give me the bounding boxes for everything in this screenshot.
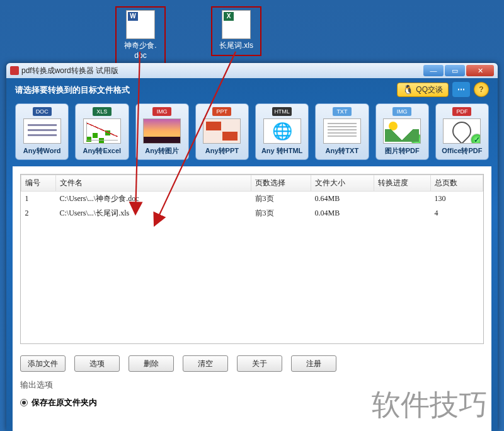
format-thumb	[323, 118, 361, 144]
format-badge: PDF	[452, 107, 471, 116]
cell-name: C:\Users\...\长尾词.xls	[56, 206, 251, 221]
format-badge: PPT	[212, 107, 231, 116]
column-header[interactable]: 页数选择	[251, 175, 311, 192]
format-grid: DOCAny转WordXLSAny转ExcelIMGAny转图片PPTAny转P…	[6, 100, 498, 166]
maximize-button[interactable]: ▭	[445, 65, 465, 76]
format-thumb	[23, 118, 61, 144]
cell-pages: 前3页	[251, 206, 311, 221]
cell-name: C:\Users\...\神奇少食.doc	[56, 192, 251, 207]
toolbar-button-关于[interactable]: 关于	[237, 355, 282, 372]
desktop-file-xls[interactable]: 长尾词.xls	[211, 6, 261, 56]
format-label: Any转Excel	[78, 146, 125, 156]
desktop-file-label: 长尾词.xls	[214, 40, 259, 51]
cell-id: 1	[21, 192, 56, 207]
format-badge: IMG	[152, 107, 171, 116]
format-badge: TXT	[333, 107, 352, 116]
toolbar-button-清空[interactable]: 清空	[183, 355, 228, 372]
toolbar-button-删除[interactable]: 删除	[129, 355, 174, 372]
section-title: 请选择要转换到的目标文件格式	[15, 84, 130, 96]
format-label: 图片转PDF	[379, 146, 426, 156]
format-badge: XLS	[93, 107, 112, 116]
format-thumb: ✓	[443, 118, 481, 144]
close-button[interactable]: ✕	[466, 65, 494, 76]
format-option-Any转Word[interactable]: DOCAny转Word	[15, 103, 69, 160]
cell-size: 0.04MB	[311, 206, 374, 221]
table-row[interactable]: 2C:\Users\...\长尾词.xls前3页0.04MB4	[21, 206, 483, 221]
format-option-Office转PDF[interactable]: PDF✓Office转PDF	[435, 103, 489, 160]
format-thumb	[203, 118, 241, 144]
excel-file-icon	[222, 10, 251, 39]
format-label: Any转Word	[18, 146, 66, 156]
cell-progress	[374, 206, 431, 221]
word-file-icon	[126, 10, 155, 39]
cell-progress	[374, 192, 431, 207]
format-thumb	[83, 118, 121, 144]
column-header[interactable]: 文件名	[56, 175, 251, 192]
format-badge: DOC	[33, 107, 52, 116]
cell-id: 2	[21, 206, 56, 221]
file-table: 编号文件名页数选择文件大小转换进度总页数 1C:\Users\...\神奇少食.…	[21, 175, 483, 221]
window-title: pdf转换成word转换器 试用版	[21, 66, 118, 76]
cell-pages: 前3页	[251, 192, 311, 207]
radio-label: 保存在原文件夹内	[32, 397, 97, 408]
column-header[interactable]: 编号	[21, 175, 56, 192]
button-row: 添加文件选项删除清空关于注册	[20, 344, 484, 377]
cell-size: 0.64MB	[311, 192, 374, 207]
header-area: 请选择要转换到的目标文件格式 QQ交谈 ?	[6, 78, 498, 100]
app-window: pdf转换成word转换器 试用版 — ▭ ✕ 请选择要转换到的目标文件格式 Q…	[6, 63, 498, 431]
format-thumb	[263, 118, 301, 144]
format-option-Any 转HTML[interactable]: HTMLAny 转HTML	[255, 103, 309, 160]
format-label: Any 转HTML	[258, 146, 306, 156]
format-option-图片转PDF[interactable]: IMG✓图片转PDF	[375, 103, 429, 160]
app-icon	[10, 66, 19, 75]
toolbar-button-注册[interactable]: 注册	[291, 355, 336, 372]
format-option-Any转PPT[interactable]: PPTAny转PPT	[195, 103, 249, 160]
help-icon[interactable]: ?	[474, 82, 489, 97]
check-icon: ✓	[471, 134, 481, 144]
format-label: Office转PDF	[438, 146, 486, 156]
toolbar-button-添加文件[interactable]: 添加文件	[20, 355, 66, 372]
toolbar-button-选项[interactable]: 选项	[74, 355, 120, 372]
format-thumb: ✓	[383, 118, 421, 144]
table-row[interactable]: 1C:\Users\...\神奇少食.doc前3页0.64MB130	[21, 192, 483, 207]
column-header[interactable]: 文件大小	[311, 175, 374, 192]
format-option-Any转TXT[interactable]: TXTAny转TXT	[315, 103, 369, 160]
output-section-label: 输出选项	[20, 377, 484, 397]
minimize-button[interactable]: —	[423, 65, 444, 76]
file-table-wrap: 编号文件名页数选择文件大小转换进度总页数 1C:\Users\...\神奇少食.…	[20, 174, 484, 344]
titlebar[interactable]: pdf转换成word转换器 试用版 — ▭ ✕	[6, 63, 498, 78]
format-label: Any转图片	[139, 146, 186, 156]
desktop-file-doc[interactable]: 神奇少食. doc	[115, 6, 166, 65]
column-header[interactable]: 总页数	[431, 175, 483, 192]
column-header[interactable]: 转换进度	[374, 175, 431, 192]
feedback-icon[interactable]	[452, 82, 470, 97]
format-badge: HTML	[272, 107, 292, 116]
check-icon: ✓	[411, 134, 421, 144]
main-panel: 编号文件名页数选择文件大小转换进度总页数 1C:\Users\...\神奇少食.…	[13, 166, 491, 431]
format-label: Any转TXT	[318, 146, 365, 156]
save-original-folder-option[interactable]: 保存在原文件夹内	[20, 397, 484, 413]
qq-chat-button[interactable]: QQ交谈	[397, 83, 449, 97]
format-badge: IMG	[392, 107, 411, 116]
desktop-file-label: 神奇少食. doc	[118, 40, 163, 60]
cell-total: 4	[431, 206, 483, 221]
format-option-Any转Excel[interactable]: XLSAny转Excel	[75, 103, 129, 160]
format-option-Any转图片[interactable]: IMGAny转图片	[135, 103, 189, 160]
radio-icon	[20, 399, 28, 406]
cell-total: 130	[431, 192, 483, 207]
format-label: Any转PPT	[198, 146, 246, 156]
format-thumb	[143, 118, 181, 144]
